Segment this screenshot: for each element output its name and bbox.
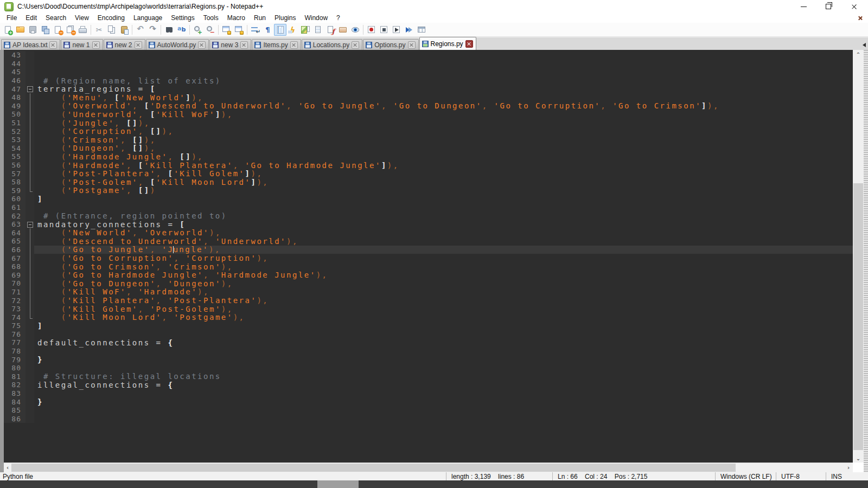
zoom-in-icon[interactable]: [192, 24, 204, 36]
stop-macro-icon[interactable]: [378, 24, 390, 36]
code-line-54[interactable]: 54 ('Dungeon', []),: [4, 144, 853, 153]
tab-close-icon[interactable]: [240, 41, 248, 49]
vertical-scrollbar[interactable]: ⌃ ⌄: [853, 50, 864, 463]
code-line-47[interactable]: 47terraria_regions = [: [4, 85, 853, 93]
menu-item-tools[interactable]: Tools: [199, 14, 223, 22]
folder-as-workspace-icon[interactable]: [336, 24, 349, 36]
horizontal-scrollbar[interactable]: ‹ ›: [4, 463, 853, 472]
tab-close-icon[interactable]: [465, 40, 473, 48]
code-line-78[interactable]: 78: [4, 347, 853, 356]
show-all-characters-icon[interactable]: [261, 24, 274, 36]
monitoring-icon[interactable]: [349, 24, 361, 36]
play-macro-icon[interactable]: [390, 24, 403, 36]
close-all-icon[interactable]: [64, 24, 76, 36]
cut-icon[interactable]: [93, 24, 105, 36]
tab-new-1[interactable]: new 1: [61, 39, 103, 50]
code-line-46[interactable]: 46 # (Region name, list of exits): [4, 76, 853, 85]
scroll-right-icon[interactable]: ›: [844, 463, 853, 472]
code-line-51[interactable]: 51 ('Jungle', []),: [4, 119, 853, 127]
code-line-84[interactable]: 84}: [4, 397, 853, 406]
code-line-80[interactable]: 80: [4, 364, 853, 373]
tab-items-py[interactable]: Items.py: [252, 39, 301, 50]
code-line-67[interactable]: 67 ('Go to Corruption', 'Corruption'),: [4, 254, 853, 262]
tab-close-icon[interactable]: [198, 41, 206, 49]
tab-autoworld-py[interactable]: AutoWorld.py: [146, 39, 209, 50]
code-line-60[interactable]: 60]: [4, 195, 853, 203]
menu-item-macro[interactable]: Macro: [223, 14, 250, 22]
code-line-74[interactable]: 74 ('Kill Moon Lord', 'Postgame'),: [4, 313, 853, 322]
code-line-70[interactable]: 70 ('Go to Dungeon', 'Dungeon'),: [4, 279, 853, 288]
status-encoding[interactable]: UTF-8: [776, 472, 826, 480]
vertical-scrollbar-thumb[interactable]: [853, 183, 863, 450]
close-file-icon[interactable]: [52, 24, 64, 36]
status-insert-mode[interactable]: INS: [826, 472, 850, 480]
code-line-50[interactable]: 50 ('Underworld', ['Kill WoF']),: [4, 110, 853, 119]
sync-horizontal-scroll-icon[interactable]: [233, 24, 245, 36]
code-line-82[interactable]: 82illegal_connections = {: [4, 381, 853, 389]
code-line-44[interactable]: 44: [4, 60, 853, 68]
code-line-77[interactable]: 77default_connections = {: [4, 338, 853, 347]
code-editor[interactable]: 43444546 # (Region name, list of exits)4…: [4, 50, 853, 463]
code-line-62[interactable]: 62 # (Entrance, region pointed to): [4, 211, 853, 220]
code-line-66[interactable]: 66 ('Go to Jungle', 'Jungle'),: [4, 246, 853, 254]
find-icon[interactable]: [163, 24, 175, 36]
tab-new-3[interactable]: new 3: [209, 39, 251, 50]
fold-collapse-icon[interactable]: [25, 220, 34, 229]
run-macro-multiple-times-icon[interactable]: [403, 24, 415, 36]
code-line-58[interactable]: 58 ('Post-Golem', ['Kill Moon Lord']),: [4, 178, 853, 187]
new-file-icon[interactable]: [2, 24, 14, 36]
menu-item-file[interactable]: File: [2, 14, 21, 22]
status-eol-format[interactable]: Windows (CR LF): [715, 472, 776, 480]
code-line-48[interactable]: 48 ('Menu', ['New World']),: [4, 93, 853, 102]
tab-close-icon[interactable]: [352, 41, 359, 49]
code-line-69[interactable]: 69 ('Go to Hardmode Jungle', 'Hardmode J…: [4, 271, 853, 279]
menu-item-help[interactable]: ?: [332, 14, 344, 22]
code-line-43[interactable]: 43: [4, 51, 853, 60]
code-line-45[interactable]: 45: [4, 68, 853, 76]
document-map-icon[interactable]: [299, 24, 311, 36]
tab-close-icon[interactable]: [92, 41, 100, 49]
code-line-57[interactable]: 57 ('Post-Plantera', ['Kill Golem']),: [4, 169, 853, 178]
code-line-49[interactable]: 49 ('Overworld', ['Descend to Underworld…: [4, 102, 853, 111]
fold-collapse-icon[interactable]: [25, 85, 34, 93]
save-macro-icon[interactable]: [415, 24, 427, 36]
sync-vertical-scroll-icon[interactable]: [220, 24, 233, 36]
code-line-56[interactable]: 56 ('Hardmode', ['Kill Plantera', 'Go to…: [4, 161, 853, 170]
undo-icon[interactable]: [134, 24, 146, 36]
tab-regions-py[interactable]: Regions.py: [419, 37, 476, 50]
save-all-icon[interactable]: [39, 24, 52, 36]
tab-ap-ideas-txt[interactable]: AP Ideas.txt: [1, 39, 60, 50]
code-line-65[interactable]: 65 ('Descend to Underworld', 'Underworld…: [4, 237, 853, 246]
close-document-button[interactable]: [857, 15, 864, 22]
zoom-out-icon[interactable]: [204, 24, 216, 36]
minimize-button[interactable]: [797, 0, 809, 13]
code-line-81[interactable]: 81 # Structure: illegal locations: [4, 373, 853, 381]
menu-item-edit[interactable]: Edit: [21, 14, 41, 22]
restore-button[interactable]: [822, 0, 834, 13]
menu-item-plugins[interactable]: Plugins: [270, 14, 300, 22]
document-list-icon[interactable]: [311, 24, 324, 36]
redo-icon[interactable]: [146, 24, 159, 36]
copy-icon[interactable]: [105, 24, 118, 36]
tab-new-2[interactable]: new 2: [104, 39, 145, 50]
code-line-85[interactable]: 85: [4, 406, 853, 415]
scroll-up-icon[interactable]: ⌃: [853, 50, 864, 59]
menu-item-view[interactable]: View: [71, 14, 93, 22]
word-wrap-icon[interactable]: [249, 24, 261, 36]
code-line-63[interactable]: 63mandatory_connections = [: [4, 220, 853, 229]
code-line-53[interactable]: 53 ('Crimson', []),: [4, 136, 853, 144]
print-icon[interactable]: [76, 24, 89, 36]
open-file-icon[interactable]: [14, 24, 27, 36]
tab-scroll-left-icon[interactable]: [863, 43, 866, 47]
code-line-64[interactable]: 64 ('New World', 'Overworld'),: [4, 228, 853, 237]
menu-item-settings[interactable]: Settings: [167, 14, 199, 22]
close-button[interactable]: [848, 0, 860, 13]
code-line-75[interactable]: 75]: [4, 322, 853, 330]
save-file-icon[interactable]: [27, 24, 39, 36]
code-line-61[interactable]: 61: [4, 203, 853, 212]
code-line-76[interactable]: 76: [4, 330, 853, 339]
code-line-52[interactable]: 52 ('Corruption', []),: [4, 127, 853, 136]
indent-guide-icon[interactable]: [274, 24, 286, 36]
menu-item-window[interactable]: Window: [300, 14, 332, 22]
code-line-68[interactable]: 68 ('Go to Crimson', 'Crimson'),: [4, 262, 853, 271]
